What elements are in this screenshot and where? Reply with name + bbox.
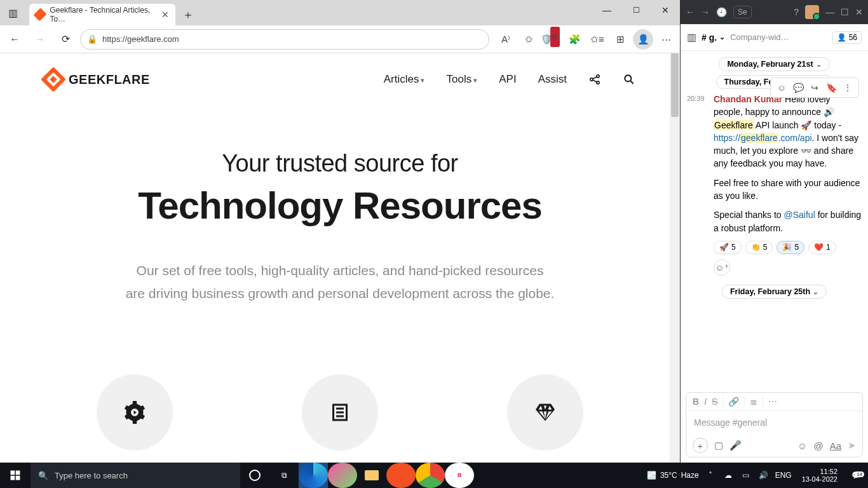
slack-maximize-icon[interactable]: ☐ — [841, 7, 849, 17]
tab-actions-icon[interactable]: ▥ — [0, 0, 25, 25]
feature-card-resources[interactable] — [449, 355, 642, 463]
reaction-heart[interactable]: ❤️ 1 — [808, 241, 836, 254]
favorites-bar-icon[interactable]: ✩≡ — [587, 29, 607, 50]
slack-history-icon[interactable]: 🕘 — [716, 7, 727, 17]
slack-member-count[interactable]: 👤 56 — [832, 31, 862, 44]
msg-thread-icon[interactable]: 💬 — [791, 81, 805, 95]
hero-line1: Your trusted source for — [0, 150, 680, 177]
browser-tab[interactable]: Geekflare - Technical Articles, To… ✕ — [29, 4, 175, 25]
nav-assist[interactable]: Assist — [538, 73, 567, 86]
taskbar-brave-icon[interactable] — [386, 463, 416, 488]
format-link-icon[interactable]: 🔗 — [728, 396, 739, 407]
geekflare-logo-text: GEEKFLARE — [69, 72, 150, 87]
nav-back-button[interactable]: ← — [4, 29, 25, 50]
collections-icon[interactable]: ⊞ — [610, 29, 630, 50]
nav-api[interactable]: API — [499, 73, 516, 86]
composer-action-toolbar: + ▢ 🎤 ☺ @ Aa ➤ — [686, 434, 862, 457]
scrollbar-thumb[interactable] — [671, 53, 679, 117]
taskbar-paint-icon[interactable] — [328, 463, 357, 488]
tray-volume-icon[interactable]: 🔊 — [757, 471, 770, 480]
tray-battery-icon[interactable]: ▭ — [740, 471, 752, 480]
taskbar-cortana-icon[interactable] — [240, 463, 269, 488]
taskbar-search[interactable]: 🔍 Type here to search — [31, 463, 240, 488]
profile-avatar[interactable]: 👤 — [633, 29, 653, 50]
tab-close-icon[interactable]: ✕ — [161, 10, 169, 20]
start-button[interactable] — [0, 463, 31, 488]
window-minimize-button[interactable] — [592, 0, 621, 20]
slack-close-icon[interactable]: ✕ — [855, 7, 863, 17]
msg-save-icon[interactable]: 🔖 — [824, 81, 838, 95]
tray-chevron-icon[interactable]: ˄ — [704, 471, 717, 480]
slack-help-icon[interactable]: ? — [794, 7, 799, 17]
feature-card-articles[interactable] — [243, 355, 436, 463]
action-center-icon[interactable]: 💬14 — [848, 471, 864, 480]
nav-forward-button[interactable]: → — [29, 29, 51, 50]
reaction-rocket[interactable]: 🚀 5 — [714, 241, 742, 254]
composer-audio-icon[interactable]: 🎤 — [729, 440, 742, 451]
msg-share-icon[interactable]: ↪ — [808, 81, 822, 95]
message-paragraph-3: Special thanks to @Saiful for building a… — [714, 208, 862, 234]
composer-format-toolbar: B I S 🔗 ≣ ⋯ — [686, 393, 862, 411]
nav-refresh-button[interactable]: ⟳ — [55, 29, 76, 50]
tracking-shield-icon[interactable]: 🛡️6 — [541, 29, 562, 50]
slack-user-avatar[interactable] — [805, 5, 819, 19]
slack-bookmarks-icon[interactable]: ▥ — [687, 31, 696, 43]
reaction-party[interactable]: 🎉 5 — [776, 241, 804, 254]
read-aloud-icon[interactable]: A⁾ — [496, 29, 516, 50]
browser-menu-icon[interactable]: ⋯ — [656, 29, 676, 50]
url-input[interactable]: 🔒 https://geekflare.com — [80, 29, 489, 50]
window-close-button[interactable] — [651, 0, 680, 20]
composer-video-icon[interactable]: ▢ — [714, 440, 723, 451]
msg-react-icon[interactable]: ☺ — [775, 81, 789, 95]
format-bold-icon[interactable]: B — [693, 396, 699, 407]
slack-nav-back-icon[interactable]: ← — [686, 7, 695, 17]
format-italic-icon[interactable]: I — [704, 396, 707, 407]
composer-send-button[interactable]: ➤ — [848, 440, 856, 451]
taskbar-taskview-icon[interactable]: ⧉ — [269, 463, 299, 488]
svg-rect-5 — [16, 471, 20, 475]
format-list-icon[interactable]: ≣ — [750, 396, 757, 407]
search-icon[interactable] — [623, 73, 635, 86]
tray-language[interactable]: ENG — [775, 471, 792, 480]
share-icon[interactable] — [588, 73, 601, 86]
feature-card-tools[interactable] — [38, 355, 231, 463]
message-link[interactable]: https://geekflare.com/api — [714, 133, 812, 143]
msg-more-icon[interactable]: ⋮ — [841, 81, 855, 95]
geekflare-logo[interactable]: GEEKFLARE — [44, 71, 150, 88]
composer-mention-icon[interactable]: @ — [813, 440, 823, 451]
message-mention[interactable]: @Saiful — [784, 210, 815, 220]
slack-nav-forward-icon[interactable]: → — [701, 7, 710, 17]
taskbar-explorer-icon[interactable] — [357, 463, 386, 488]
taskbar-slack-icon[interactable]: ¤ — [445, 463, 474, 488]
weather-widget[interactable]: 🌫️ 35°C Haze — [647, 471, 699, 480]
browser-titlebar: ▥ Geekflare - Technical Articles, To… ✕ … — [0, 0, 680, 25]
extensions-icon[interactable]: 🧩 — [564, 29, 585, 50]
tray-onedrive-icon[interactable]: ☁ — [722, 471, 735, 480]
window-maximize-button[interactable] — [621, 0, 651, 20]
nav-tools[interactable]: Tools — [447, 73, 478, 86]
format-strike-icon[interactable]: S — [712, 396, 717, 407]
document-icon — [302, 374, 378, 451]
slack-search-button[interactable]: Se — [733, 6, 752, 18]
add-reaction-button[interactable]: ☺⁺ — [714, 259, 730, 276]
geekflare-logo-icon — [41, 67, 66, 92]
taskbar-chrome-icon[interactable] — [416, 463, 445, 488]
composer-format-toggle-icon[interactable]: Aa — [830, 440, 841, 451]
tray-clock[interactable]: 11:52 13-04-2022 — [797, 468, 843, 483]
date-divider-mon[interactable]: Monday, February 21st — [719, 57, 829, 71]
slack-message-list[interactable]: Monday, February 21st Thursday, February… — [681, 51, 868, 387]
slack-channel-name[interactable]: # g.⌄ — [702, 32, 725, 43]
slack-minimize-icon[interactable]: — — [825, 7, 834, 17]
composer-input[interactable]: Message #general — [686, 411, 862, 434]
taskbar-edge-icon[interactable] — [299, 463, 328, 488]
favorite-icon[interactable]: ✩ — [519, 29, 539, 50]
format-more-icon[interactable]: ⋯ — [768, 396, 777, 407]
page-scrollbar[interactable] — [670, 53, 680, 463]
nav-articles[interactable]: Articles — [384, 73, 425, 86]
taskbar-search-placeholder: Type here to search — [55, 471, 128, 480]
composer-emoji-icon[interactable]: ☺ — [797, 440, 807, 451]
new-tab-button[interactable]: ＋ — [179, 6, 197, 24]
composer-attach-button[interactable]: + — [693, 438, 708, 453]
reaction-clap[interactable]: 👏 5 — [745, 241, 773, 254]
date-divider-fri[interactable]: Friday, February 25th — [722, 285, 827, 299]
